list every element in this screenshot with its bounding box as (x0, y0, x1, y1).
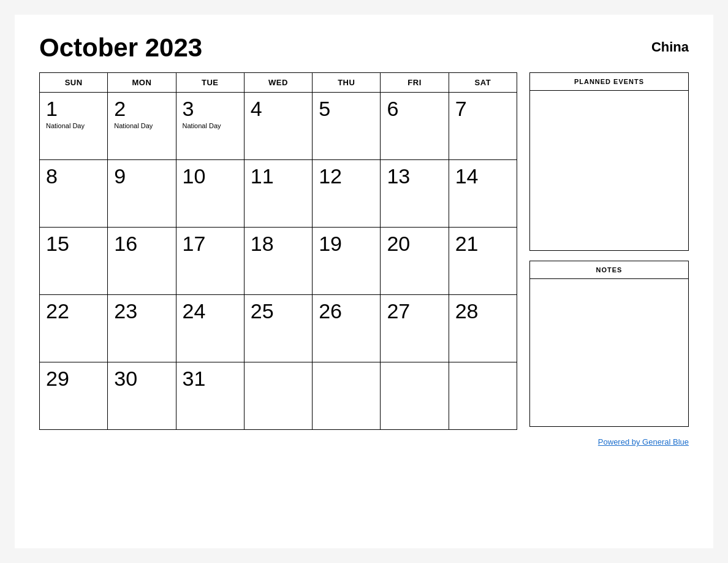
day-number: 20 (387, 232, 442, 255)
notes-header: NOTES (530, 261, 688, 279)
day-cell: 16 (108, 228, 176, 295)
day-number: 5 (319, 98, 374, 120)
day-number: 11 (251, 165, 306, 188)
day-number: 4 (251, 98, 306, 120)
day-cell: 17 (176, 228, 244, 295)
day-cell: 3National Day (176, 93, 244, 160)
main-layout: SUNMONTUEWEDTHUFRISAT 1National Day2Nati… (39, 72, 689, 430)
day-header-thu: THU (313, 73, 381, 93)
day-cell: 25 (244, 295, 312, 362)
day-cell: 6 (381, 93, 449, 160)
day-cell: 19 (313, 228, 381, 295)
country-label: China (651, 33, 689, 55)
day-number: 10 (183, 165, 238, 188)
day-cell: 28 (449, 295, 517, 362)
header: October 2023 China (39, 33, 689, 63)
day-number: 17 (183, 232, 238, 255)
day-event: National Day (114, 121, 169, 130)
day-cell: 18 (244, 228, 312, 295)
day-cell: 1National Day (40, 93, 108, 160)
day-number: 30 (114, 367, 169, 390)
day-cell (449, 362, 517, 430)
week-row-1: 1National Day2National Day3National Day4… (40, 93, 517, 160)
sidebar: PLANNED EVENTS NOTES (529, 72, 689, 430)
day-cell (313, 362, 381, 430)
day-number: 27 (387, 300, 442, 323)
powered-by-link[interactable]: Powered by General Blue (598, 437, 689, 446)
day-cell: 15 (40, 228, 108, 295)
day-header-sun: SUN (40, 73, 108, 93)
days-header-row: SUNMONTUEWEDTHUFRISAT (40, 73, 517, 93)
day-number: 19 (319, 232, 374, 255)
day-cell: 23 (108, 295, 176, 362)
day-cell: 13 (381, 160, 449, 228)
day-number: 12 (319, 165, 374, 188)
day-cell: 9 (108, 160, 176, 228)
day-cell (244, 362, 312, 430)
day-number: 14 (455, 165, 510, 188)
day-cell: 10 (176, 160, 244, 228)
day-cell: 30 (108, 362, 176, 430)
day-header-sat: SAT (449, 73, 517, 93)
calendar-section: SUNMONTUEWEDTHUFRISAT 1National Day2Nati… (39, 72, 517, 430)
day-header-tue: TUE (176, 73, 244, 93)
day-number: 18 (251, 232, 306, 255)
day-event: National Day (183, 121, 238, 130)
day-header-mon: MON (108, 73, 176, 93)
day-number: 16 (114, 232, 169, 255)
day-cell: 14 (449, 160, 517, 228)
week-row-4: 22232425262728 (40, 295, 517, 362)
day-cell: 8 (40, 160, 108, 228)
day-number: 28 (455, 300, 510, 323)
week-row-3: 15161718192021 (40, 228, 517, 295)
footer: Powered by General Blue (39, 436, 689, 447)
day-number: 25 (251, 300, 306, 323)
week-row-2: 891011121314 (40, 160, 517, 228)
day-number: 13 (387, 165, 442, 188)
day-number: 3 (183, 98, 238, 120)
day-number: 22 (46, 300, 101, 323)
day-number: 31 (183, 367, 238, 390)
day-number: 26 (319, 300, 374, 323)
day-event: National Day (46, 121, 101, 130)
day-number: 1 (46, 98, 101, 120)
day-cell: 24 (176, 295, 244, 362)
day-number: 21 (455, 232, 510, 255)
day-cell: 11 (244, 160, 312, 228)
day-header-fri: FRI (381, 73, 449, 93)
day-cell: 20 (381, 228, 449, 295)
day-number: 2 (114, 98, 169, 120)
day-number: 29 (46, 367, 101, 390)
day-cell: 21 (449, 228, 517, 295)
day-cell: 4 (244, 93, 312, 160)
planned-events-box: PLANNED EVENTS (529, 72, 689, 251)
day-number: 23 (114, 300, 169, 323)
day-number: 6 (387, 98, 442, 120)
day-number: 9 (114, 165, 169, 188)
day-number: 15 (46, 232, 101, 255)
planned-events-body (530, 91, 688, 250)
page-title: October 2023 (39, 33, 202, 63)
page: October 2023 China SUNMONTUEWEDTHUFRISAT… (15, 15, 713, 548)
day-number: 24 (183, 300, 238, 323)
day-cell: 12 (313, 160, 381, 228)
day-cell: 26 (313, 295, 381, 362)
week-row-5: 293031 (40, 362, 517, 430)
day-cell: 7 (449, 93, 517, 160)
day-cell (381, 362, 449, 430)
notes-box: NOTES (529, 261, 689, 427)
day-cell: 27 (381, 295, 449, 362)
day-number: 8 (46, 165, 101, 188)
planned-events-header: PLANNED EVENTS (530, 73, 688, 91)
day-cell: 31 (176, 362, 244, 430)
calendar-table: SUNMONTUEWEDTHUFRISAT 1National Day2Nati… (39, 72, 517, 430)
day-cell: 22 (40, 295, 108, 362)
day-cell: 5 (313, 93, 381, 160)
day-cell: 29 (40, 362, 108, 430)
day-header-wed: WED (244, 73, 312, 93)
day-cell: 2National Day (108, 93, 176, 160)
day-number: 7 (455, 98, 510, 120)
notes-body (530, 279, 688, 426)
